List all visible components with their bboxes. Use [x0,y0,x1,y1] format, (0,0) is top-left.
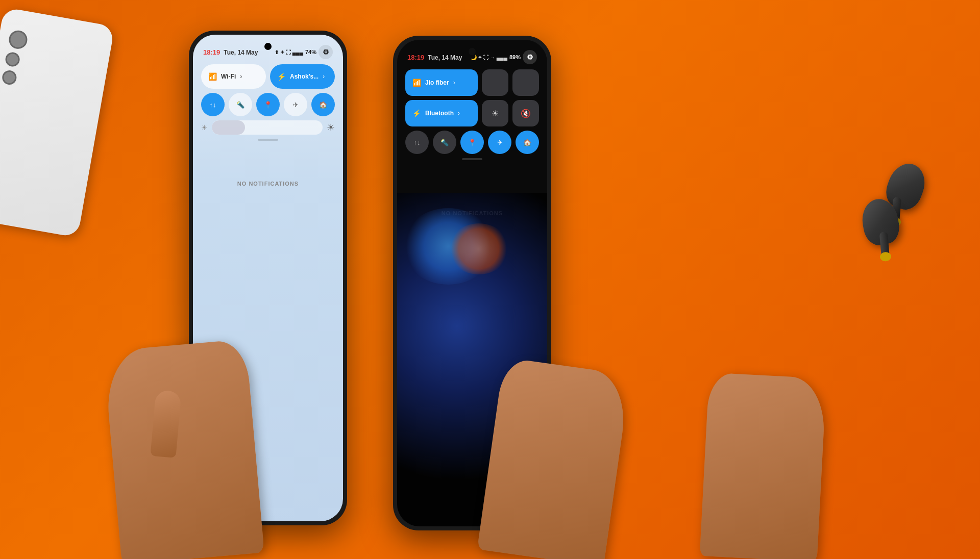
phone1-bluetooth-tile[interactable]: ⚡ Ashok's... › [270,64,335,89]
phone2-quick-settings: 📶 Jio fiber › ⚡ Bluetooth › ☀ 🔇 ↑↓ [397,67,547,169]
phone2-torch-button[interactable]: 🔦 [433,131,456,154]
phone1-time: 18:19 [203,48,220,56]
phone2-icons-group: 🌙 ✦ ⛶ → ▄▄▄ [471,55,507,60]
phone2-airplane-button[interactable]: ✈ [488,131,511,154]
phone2-wifi-label: Jio fiber [425,79,449,86]
camera-lens-2 [4,51,20,67]
phone2-wifi-arrow: › [453,79,455,86]
phone1-status-icons: ⬆ ✦ ⛶ ▄▄▄ 74% ⚙ [275,45,333,59]
hand-left-palm [103,339,264,559]
hand-right-palm [477,357,630,559]
phone1-camera-notch [264,43,272,50]
phone1-time-date: 18:19 Tue, 14 May [203,48,258,56]
hand-right2-palm [700,372,827,559]
earbuds [847,153,929,255]
phone2-time-date: 18:19 Tue, 14 May [407,54,462,61]
phone2-top-row: 📶 Jio fiber › [405,69,539,96]
phone2-drag-handle [462,158,482,160]
phone2-time: 18:19 [407,54,424,61]
camera-module [1,29,29,87]
wifi-icon: 📶 [208,72,217,81]
phone1-location-button[interactable]: 📍 [256,93,280,116]
phone2-icon-buttons-row: ↑↓ 🔦 📍 ✈ 🏠 [405,131,539,154]
phone1-wifi-arrow: › [240,73,242,80]
phone1-bt-label: Ashok's... [290,73,318,80]
phone2-wifi-tile[interactable]: 📶 Jio fiber › [405,69,478,96]
phone2-data-button[interactable]: ↑↓ [405,131,429,154]
phone2-bt-icon: ⚡ [412,109,421,117]
phone2-blob2 [448,223,509,274]
phone2-tile3[interactable] [512,69,539,96]
phone2-wifi-icon: 📶 [412,79,421,87]
phone1-airplane-button[interactable]: ✈ [284,93,307,116]
phone1-home-button[interactable]: 🏠 [311,93,335,116]
phone2-bluetooth-tile[interactable]: ⚡ Bluetooth › [405,100,478,126]
phone1-no-notifications: NO NOTIFICATIONS [193,181,343,187]
phone1-torch-button[interactable]: 🔦 [229,93,252,116]
phone2-location-button[interactable]: 📍 [460,131,484,154]
phone2-date: Tue, 14 May [428,54,462,61]
phone2-camera-notch [469,48,476,55]
phone2-status-icons: 🌙 ✦ ⛶ → ▄▄▄ 89% ⚙ [471,50,537,64]
hand-left-container [112,329,265,559]
bluetooth-icon: ⚡ [277,72,286,81]
phone1-settings-button[interactable]: ⚙ [318,45,333,59]
earbud-left-stem [879,232,890,258]
camera-lens-3 [1,69,17,86]
phone2-brightness-tile[interactable]: ☀ [482,100,508,126]
phone1-connectivity-row: 📶 Wi-Fi › ⚡ Ashok's... › [201,64,335,89]
brightness-low-icon: ☀ [201,123,208,132]
phone1-icons-group: ⬆ ✦ ⛶ ▄▄▄ [275,49,303,55]
camera-lens-1 [8,29,29,50]
phone2-sound-tile[interactable]: 🔇 [512,100,539,126]
phone2-second-row: ⚡ Bluetooth › ☀ 🔇 [405,100,539,126]
phone1-bt-arrow: › [323,73,325,80]
phone1-brightness-row: ☀ ☀ [201,120,335,135]
phone2-battery: 89% [509,54,521,60]
phone1-data-button[interactable]: ↑↓ [201,93,225,116]
phone1-battery: 74% [305,49,316,55]
phone2-home-button[interactable]: 🏠 [516,131,539,154]
phone2-bt-label: Bluetooth [425,110,454,117]
phone2-bt-arrow: › [458,110,460,117]
phone1-icon-buttons-row: ↑↓ 🔦 📍 ✈ 🏠 [201,93,335,116]
phone2-tile2[interactable] [482,69,508,96]
phone1-brightness-slider[interactable] [212,120,323,135]
brightness-high-icon: ☀ [327,122,335,133]
phone1-quick-settings: 📶 Wi-Fi › ⚡ Ashok's... › ↑↓ 🔦 📍 ✈ 🏠 [193,62,343,150]
phone1-date: Tue, 14 May [224,49,258,56]
phone1-wifi-tile[interactable]: 📶 Wi-Fi › [201,64,266,89]
phone1-wifi-label: Wi-Fi [221,73,236,80]
phone2-settings-button[interactable]: ⚙ [523,50,537,64]
brightness-fill [212,120,245,135]
hand-right-container [490,355,623,559]
phone1-drag-handle [258,139,278,141]
hand-right2-container [704,365,827,559]
